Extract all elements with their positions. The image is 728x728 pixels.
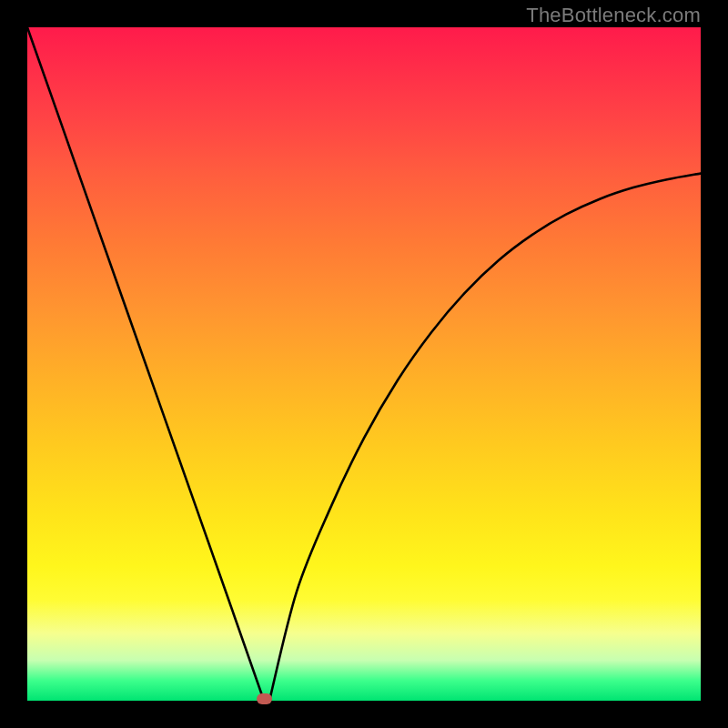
chart-area — [27, 27, 701, 701]
watermark-text: TheBottleneck.com — [526, 4, 701, 27]
chart-line-svg — [27, 27, 701, 701]
bottleneck-curve — [27, 27, 701, 701]
minimum-marker — [257, 693, 272, 704]
